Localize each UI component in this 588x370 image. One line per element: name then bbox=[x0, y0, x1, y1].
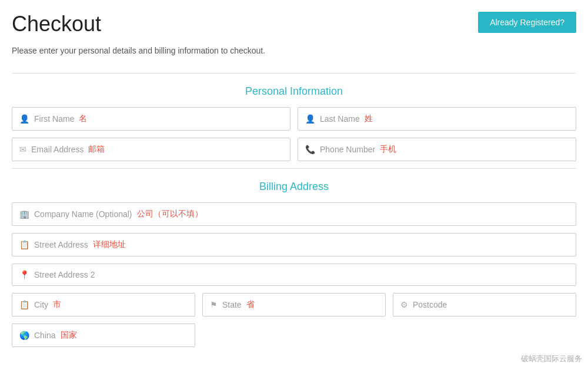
street1-row: 📋 Street Address 详细地址 bbox=[12, 233, 576, 256]
page-title: Checkout bbox=[12, 12, 478, 36]
country-row: 🌎 China 国家 bbox=[12, 324, 576, 347]
person-icon-2: 👤 bbox=[305, 114, 315, 124]
page-subtitle: Please enter your personal details and b… bbox=[12, 46, 478, 55]
street2-label: Street Address 2 bbox=[34, 270, 95, 279]
divider-billing bbox=[12, 168, 576, 169]
company-cn: 公司（可以不填） bbox=[137, 209, 203, 219]
email-label: Email Address bbox=[31, 145, 83, 154]
page-header: Checkout Please enter your personal deta… bbox=[12, 12, 576, 67]
company-field[interactable]: 🏢 Company Name (Optional) 公司（可以不填） bbox=[12, 202, 576, 226]
country-cn: 国家 bbox=[61, 330, 77, 341]
company-icon: 🏢 bbox=[19, 209, 29, 219]
header-left: Checkout Please enter your personal deta… bbox=[12, 12, 478, 67]
person-icon: 👤 bbox=[19, 114, 29, 124]
postcode-label: Postcode bbox=[413, 300, 447, 309]
last-name-label: Last Name bbox=[320, 114, 360, 124]
personal-info-title: Personal Information bbox=[12, 85, 576, 98]
email-icon: ✉ bbox=[19, 145, 26, 154]
phone-field[interactable]: 📞 Phone Number 手机 bbox=[298, 138, 576, 161]
first-name-label: First Name bbox=[34, 114, 74, 124]
street2-row: 📍 Street Address 2 bbox=[12, 264, 576, 286]
state-field[interactable]: ⚑ State 省 bbox=[202, 293, 386, 316]
street2-icon: 📍 bbox=[19, 270, 29, 279]
country-label: China bbox=[34, 331, 56, 340]
postcode-icon: ⚙ bbox=[400, 300, 408, 309]
email-cn: 邮箱 bbox=[88, 144, 105, 155]
company-label: Company Name (Optional) bbox=[34, 209, 132, 219]
first-name-cn: 名 bbox=[79, 114, 87, 124]
state-cn: 省 bbox=[246, 299, 255, 310]
first-name-field: 👤 First Name 名 bbox=[12, 107, 290, 131]
last-name-field: 👤 Last Name 姓 bbox=[298, 107, 576, 131]
divider-personal bbox=[12, 73, 576, 74]
billing-address-title: Billing Address bbox=[12, 181, 576, 193]
last-name-cn: 姓 bbox=[365, 114, 373, 124]
billing-address-section: Billing Address 🏢 Company Name (Optional… bbox=[12, 181, 576, 347]
phone-icon: 📞 bbox=[305, 145, 315, 154]
street1-field[interactable]: 📋 Street Address 详细地址 bbox=[12, 233, 576, 256]
state-icon: ⚑ bbox=[210, 300, 218, 309]
city-state-postcode-row: 📋 City 市 ⚑ State 省 ⚙ Postcode bbox=[12, 293, 576, 316]
name-row: 👤 First Name 名 👤 Last Name 姓 bbox=[12, 107, 576, 131]
company-row: 🏢 Company Name (Optional) 公司（可以不填） bbox=[12, 202, 576, 226]
city-cn: 市 bbox=[53, 299, 61, 310]
country-icon: 🌎 bbox=[19, 331, 29, 340]
contact-row: ✉ Email Address 邮箱 📞 Phone Number 手机 bbox=[12, 138, 576, 161]
street1-label: Street Address bbox=[34, 240, 88, 249]
street1-cn: 详细地址 bbox=[93, 239, 126, 250]
city-field[interactable]: 📋 City 市 bbox=[12, 293, 195, 316]
city-icon: 📋 bbox=[19, 300, 29, 309]
phone-label: Phone Number bbox=[320, 145, 375, 154]
already-registered-button[interactable]: Already Registered? bbox=[478, 12, 576, 33]
personal-information-section: Personal Information 👤 First Name 名 👤 La… bbox=[12, 85, 576, 161]
state-label: State bbox=[222, 300, 242, 309]
street2-field[interactable]: 📍 Street Address 2 bbox=[12, 264, 576, 286]
email-field[interactable]: ✉ Email Address 邮箱 bbox=[12, 138, 290, 161]
watermark: 破蜗壳国际云服务 bbox=[521, 354, 582, 364]
city-label: City bbox=[34, 300, 48, 309]
country-field[interactable]: 🌎 China 国家 bbox=[12, 324, 195, 347]
phone-cn: 手机 bbox=[380, 144, 396, 155]
street1-icon: 📋 bbox=[19, 240, 29, 249]
postcode-field[interactable]: ⚙ Postcode bbox=[393, 293, 576, 316]
